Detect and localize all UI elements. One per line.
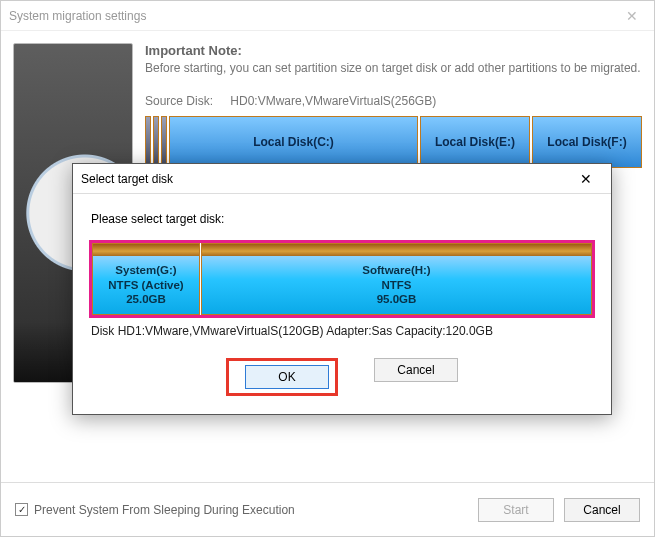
main-close-icon[interactable]: ✕ [618,8,646,24]
ok-highlight-box: OK [226,358,338,396]
note-text: Before starting, you can set partition s… [145,60,642,76]
prevent-sleep-label: Prevent System From Sleeping During Exec… [34,503,295,517]
target-h-size: 95.0GB [377,292,417,306]
target-partition-g[interactable]: System(G:) NTFS (Active) 25.0GB [92,243,200,315]
target-g-name: System(G:) [115,263,176,277]
partition-c-label: Local Disk(C:) [170,117,417,167]
modal-title: Select target disk [81,172,173,186]
modal-titlebar: Select target disk ✕ [73,164,611,194]
partition-f[interactable]: Local Disk(F:) [532,116,642,168]
main-footer: ✓ Prevent System From Sleeping During Ex… [1,482,654,536]
prevent-sleep-checkbox[interactable]: ✓ [15,503,28,516]
source-disk-label: Source Disk: [145,94,227,108]
target-h-name: Software(H:) [362,263,430,277]
source-disk-bar: Local Disk(C:) Local Disk(E:) Local Disk… [145,116,642,168]
source-reserved-slot-1 [145,116,151,168]
select-target-disk-dialog: Select target disk ✕ Please select targe… [72,163,612,415]
target-g-fs: NTFS (Active) [108,278,183,292]
modal-close-button[interactable]: ✕ [569,167,603,191]
partition-e-label: Local Disk(E:) [421,117,529,167]
main-title: System migration settings [9,9,146,23]
ok-button[interactable]: OK [245,365,329,389]
source-disk-value: HD0:VMware,VMwareVirtualS(256GB) [230,94,436,108]
start-button: Start [478,498,554,522]
partition-f-label: Local Disk(F:) [533,117,641,167]
source-reserved-slot-3 [161,116,167,168]
main-titlebar: System migration settings ✕ [1,1,654,31]
partition-e[interactable]: Local Disk(E:) [420,116,530,168]
target-h-fs: NTFS [381,278,411,292]
target-g-size: 25.0GB [126,292,166,306]
modal-prompt: Please select target disk: [91,212,595,226]
partition-c[interactable]: Local Disk(C:) [169,116,418,168]
target-partition-h[interactable]: Software(H:) NTFS 95.0GB [201,243,592,315]
target-disk-info: Disk HD1:VMware,VMwareVirtualS(120GB) Ad… [91,324,593,338]
source-reserved-slot-2 [153,116,159,168]
note-heading: Important Note: [145,43,642,58]
target-disk-selection[interactable]: System(G:) NTFS (Active) 25.0GB Software… [89,240,595,318]
modal-cancel-button[interactable]: Cancel [374,358,458,382]
main-cancel-button[interactable]: Cancel [564,498,640,522]
